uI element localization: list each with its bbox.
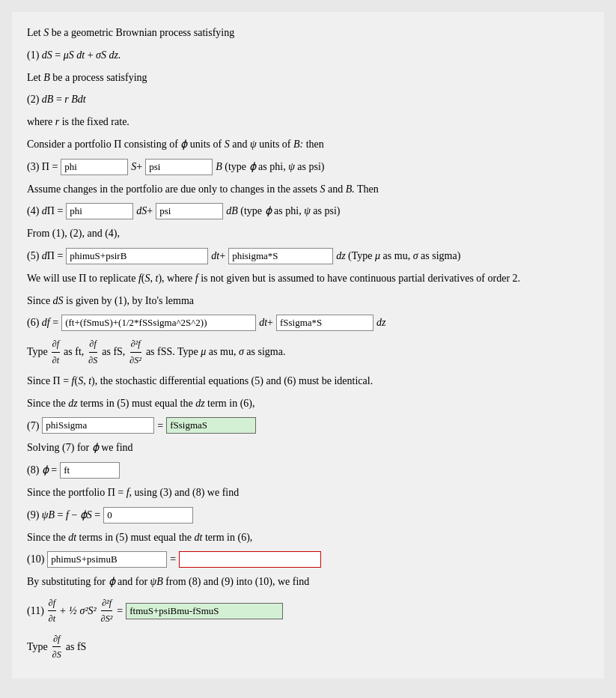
eq4-end: dB (type ϕ as phi, ψ as psi) (226, 202, 340, 220)
eq7-input2[interactable] (166, 417, 256, 434)
equation-1: (1) dS = μS dt + σS dz. (27, 46, 589, 64)
type-fs-label: Type (27, 638, 48, 656)
eq11-frac-fss: ∂²f ∂S² (100, 595, 114, 627)
eq5-input1[interactable] (66, 248, 208, 264)
eq3-end: B (type ϕ as phi, ψ as psi) (216, 158, 324, 176)
intro-13: Since the dt terms in (5) must equal the… (27, 529, 589, 547)
eq6-mid: dt+ (259, 314, 273, 332)
eq8-input[interactable] (60, 462, 120, 479)
eq8-label: (8) ϕ = (27, 461, 57, 479)
eq3-phi-input[interactable] (61, 159, 128, 175)
eq10-input2[interactable] (179, 551, 321, 568)
eq11-frac-ft: ∂f ∂t (48, 595, 56, 627)
frac-ft: ∂f ∂t (52, 336, 60, 368)
equation-9: (9) ψB = f − ϕS = (27, 506, 589, 524)
eq11-sigma2s2: σ²S² (79, 602, 96, 620)
eq9-input[interactable] (103, 507, 193, 524)
equation-3: (3) Π = S+ B (type ϕ as phi, ψ as psi) (27, 158, 589, 176)
eq6-label: (6) df = (27, 314, 58, 332)
equation-5: (5) dΠ = dt+ dz (Type μ as mu, σ as sigm… (27, 247, 589, 265)
eq4-label: (4) dΠ = (27, 202, 63, 220)
eq1-label: (1) dS = μS dt + σS dz. (27, 46, 121, 64)
intro-10: Since the dz terms in (5) must equal the… (27, 395, 589, 413)
frac-fs-bottom: ∂f ∂S (52, 631, 62, 663)
eq4-phi-input[interactable] (66, 203, 133, 219)
eq11-half: ½ (69, 602, 77, 620)
frac-fs: ∂f ∂S (88, 336, 98, 368)
eq6-input2[interactable] (276, 315, 373, 331)
as-fss: as fSS. Type μ as mu, σ as sigma. (146, 343, 286, 361)
type-fracs-line: Type ∂f ∂t as ft, ∂f ∂S as fS, ∂²f ∂S² a… (27, 336, 589, 368)
as-fs-bottom: as fS (66, 638, 87, 656)
eq5-mid: dt+ (211, 247, 225, 265)
intro-7: We will use Π to replicate f(S, t), wher… (27, 270, 589, 288)
intro-14: By substituting for ϕ and for ψB from (8… (27, 573, 589, 591)
intro-11: Solving (7) for ϕ we find (27, 439, 589, 457)
frac-fss: ∂²f ∂S² (129, 336, 142, 368)
eq10-input1[interactable] (47, 551, 167, 568)
intro-12: Since the portfolio Π = f, using (3) and… (27, 484, 589, 502)
eq11-equals: = (117, 602, 123, 620)
eq7-equals: = (157, 417, 163, 435)
eq9-label: (9) ψB = f − ϕS = (27, 506, 100, 524)
eq10-equals: = (170, 550, 176, 568)
intro-8: Since dS is given by (1), by Ito's lemma (27, 292, 589, 310)
eq6-dz: dz (376, 314, 385, 332)
eq3-mid: S+ (131, 158, 142, 176)
eq2-label: (2) dB = r Bdt (27, 91, 86, 109)
as-ft: as ft, (64, 343, 84, 361)
eq3-psi-input[interactable] (145, 159, 213, 175)
equation-8: (8) ϕ = (27, 461, 589, 479)
eq7-label: (7) (27, 417, 39, 435)
equation-6: (6) df = dt+ dz (27, 314, 589, 332)
eq3-label: (3) Π = (27, 158, 58, 176)
eq5-label: (5) dΠ = (27, 247, 63, 265)
equation-4: (4) dΠ = dS+ dB (type ϕ as phi, ψ as psi… (27, 202, 589, 220)
intro-2: Let B be a process satisfying (27, 69, 589, 87)
eq5-end: dz (Type μ as mu, σ as sigma) (336, 247, 460, 265)
type-label: Type (27, 343, 48, 361)
eq6-input1[interactable] (61, 315, 256, 331)
equation-2: (2) dB = r Bdt (27, 91, 589, 109)
eq5-input2[interactable] (228, 248, 333, 264)
type-fs-line: Type ∂f ∂S as fS (27, 631, 589, 663)
intro-5: Assume changes in the portfolio are due … (27, 180, 589, 198)
eq10-label: (10) (27, 550, 44, 568)
as-fs: as fS, (102, 343, 125, 361)
main-content: Let S be a geometric Brownian process sa… (12, 12, 604, 679)
eq11-plus: + (60, 602, 66, 620)
intro-9: Since Π = f(S, t), the stochastic differ… (27, 372, 589, 390)
var-s: S (43, 27, 49, 38)
eq11-input[interactable] (126, 603, 283, 619)
intro-4: Consider a portfolio Π consisting of ϕ u… (27, 136, 589, 154)
eq4-mid: dS+ (136, 202, 153, 220)
intro-1: Let S be a geometric Brownian process sa… (27, 24, 589, 42)
equation-10: (10) = (27, 550, 589, 568)
equation-11: (11) ∂f ∂t + ½ σ²S² ∂²f ∂S² = (27, 595, 589, 627)
eq7-input1[interactable] (42, 417, 154, 434)
intro-6: From (1), (2), and (4), (27, 225, 589, 243)
eq4-psi-input[interactable] (156, 203, 223, 219)
equation-7: (7) = (27, 417, 589, 435)
eq11-label: (11) (27, 602, 44, 620)
intro-3: where r is the fixed rate. (27, 113, 589, 131)
